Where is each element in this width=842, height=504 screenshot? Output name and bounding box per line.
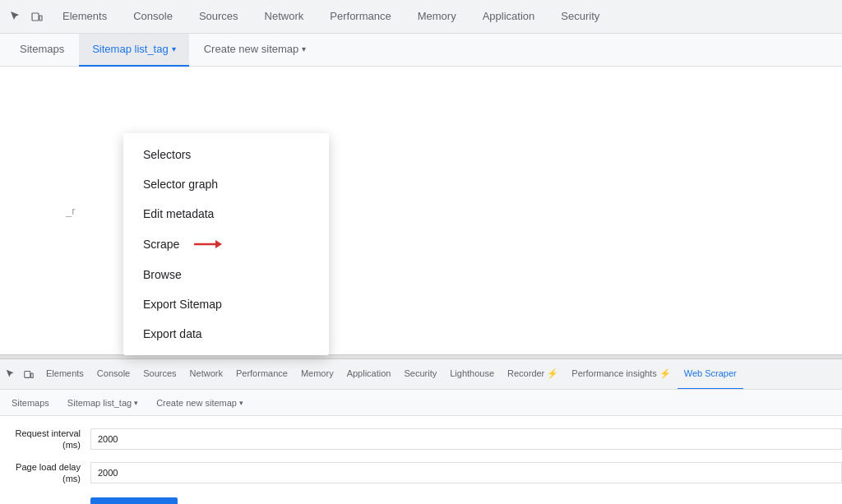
bottom-list-tag-caret: ▾	[134, 399, 138, 407]
top-icons	[7, 7, 46, 25]
svg-rect-4	[25, 372, 30, 378]
bottom-tab-elements[interactable]: Elements	[39, 359, 90, 390]
bottom-icons	[3, 367, 36, 381]
page-load-delay-row: Page load delay(ms)	[0, 456, 842, 490]
bottom-sitemap-list-tag-tab[interactable]: Sitemap list_tag ▾	[59, 390, 146, 416]
tab-application[interactable]: Application	[470, 0, 548, 34]
bottom-tab-console[interactable]: Console	[90, 359, 136, 390]
tab-performance[interactable]: Performance	[317, 0, 404, 34]
dropdown-export-sitemap[interactable]: Export Sitemap	[123, 289, 329, 319]
tab-sources[interactable]: Sources	[186, 0, 252, 34]
dropdown-edit-metadata[interactable]: Edit metadata	[123, 199, 329, 229]
dropdown-scrape[interactable]: Scrape	[123, 229, 329, 260]
bottom-create-caret: ▾	[239, 399, 243, 407]
sitemap-dropdown-menu: Selectors Selector graph Edit metadata S…	[123, 133, 329, 355]
start-scraping-row: Start scraping	[0, 494, 842, 504]
tab-console[interactable]: Console	[120, 0, 186, 34]
inspect-icon[interactable]	[7, 7, 25, 25]
dropdown-selector-graph[interactable]: Selector graph	[123, 169, 329, 199]
dropdown-browse[interactable]: Browse	[123, 260, 329, 289]
bottom-tab-web-scraper[interactable]: Web Scraper	[678, 359, 743, 390]
svg-rect-1	[39, 16, 42, 21]
start-scraping-button[interactable]: Start scraping	[90, 497, 178, 504]
svg-marker-3	[215, 240, 222, 248]
bottom-inspect-icon[interactable]	[3, 367, 18, 381]
page-load-delay-input[interactable]	[90, 462, 842, 483]
bottom-tab-performance[interactable]: Performance	[229, 359, 294, 390]
create-sitemap-caret: ▾	[302, 44, 306, 53]
bottom-second-bar: Sitemaps Sitemap list_tag ▾ Create new s…	[0, 390, 842, 416]
create-new-sitemap-tab[interactable]: Create new sitemap ▾	[191, 34, 320, 67]
svg-rect-5	[31, 373, 34, 377]
tab-elements[interactable]: Elements	[49, 0, 120, 34]
bottom-tab-security[interactable]: Security	[397, 359, 443, 390]
bottom-tab-application[interactable]: Application	[340, 359, 398, 390]
bottom-tab-network[interactable]: Network	[183, 359, 229, 390]
bottom-tab-sources[interactable]: Sources	[136, 359, 183, 390]
main-left-text: _r	[66, 205, 76, 217]
bottom-tab-recorder[interactable]: Recorder ⚡	[501, 359, 565, 390]
form-area: Request interval(ms) Page load delay(ms)…	[0, 416, 842, 504]
tab-memory[interactable]: Memory	[405, 0, 470, 34]
sitemap-list-tag-tab[interactable]: Sitemap list_tag ▾	[79, 34, 189, 67]
bottom-tab-lighthouse[interactable]: Lighthouse	[443, 359, 501, 390]
request-interval-label: Request interval(ms)	[0, 428, 90, 451]
tab-network[interactable]: Network	[252, 0, 317, 34]
device-toggle-icon[interactable]	[28, 7, 46, 25]
bottom-sitemaps-tab[interactable]: Sitemaps	[3, 390, 58, 416]
bottom-tab-perf-insights[interactable]: Performance insights ⚡	[565, 359, 677, 390]
dropdown-selectors[interactable]: Selectors	[123, 140, 329, 169]
svg-rect-0	[32, 13, 39, 21]
tab-security[interactable]: Security	[548, 0, 613, 34]
top-devtools-bar: Elements Console Sources Network Perform…	[0, 0, 842, 34]
bottom-devtools-bar: Elements Console Sources Network Perform…	[0, 359, 842, 390]
sitemaps-tab[interactable]: Sitemaps	[7, 34, 77, 67]
bottom-create-sitemap-tab[interactable]: Create new sitemap ▾	[148, 390, 252, 416]
dropdown-export-data[interactable]: Export data	[123, 319, 329, 349]
bottom-tab-memory[interactable]: Memory	[294, 359, 340, 390]
request-interval-row: Request interval(ms)	[0, 423, 842, 456]
scrape-arrow-indicator	[192, 237, 222, 252]
second-bar: Sitemaps Sitemap list_tag ▾ Create new s…	[0, 34, 842, 67]
sitemap-list-tag-caret: ▾	[172, 44, 176, 53]
page-load-delay-label: Page load delay(ms)	[0, 461, 90, 485]
bottom-device-toggle-icon[interactable]	[21, 367, 36, 381]
request-interval-input[interactable]	[90, 428, 842, 450]
main-content: _r ag Selectors Selector graph Edit meta…	[0, 67, 842, 354]
